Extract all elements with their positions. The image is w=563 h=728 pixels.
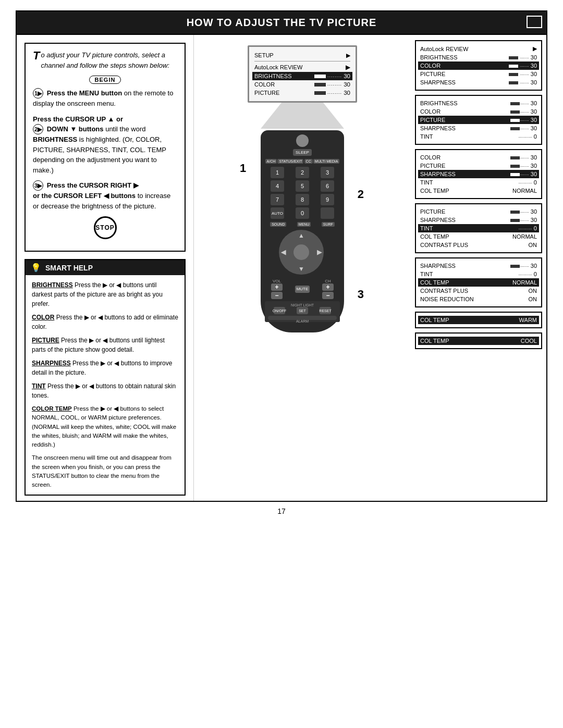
num-9-button[interactable]: 9 xyxy=(321,194,334,205)
sound-button[interactable]: SOUND xyxy=(270,222,286,227)
p1-color-value: ········ 30 xyxy=(509,63,537,69)
mute-button[interactable]: MUTE xyxy=(295,286,310,293)
p3-color-value: ········ 30 xyxy=(510,154,537,161)
tv-brightness-label: BRIGHTNESS xyxy=(254,73,292,79)
set-button[interactable]: SET xyxy=(297,307,308,314)
step3-cursor-left: or the CURSOR LEFT ◀ buttons xyxy=(33,192,136,200)
page-wrapper: HOW TO ADJUST THE TV PICTURE T o adjust … xyxy=(0,10,563,521)
tv-menu-bar: SETUP ▶ xyxy=(254,51,350,61)
step-2: Press the CURSOR UP ▲ or 2▶ DOWN ▼ butto… xyxy=(33,114,177,176)
p4-contrast-row: CONTRAST PLUS ON xyxy=(420,241,537,249)
connector-shape xyxy=(245,103,360,129)
p3-tint-label: TINT xyxy=(420,179,433,186)
night-light-label: NIGHT LIGHT xyxy=(268,303,337,307)
auto-button[interactable]: AUTO xyxy=(271,207,284,219)
page-number: 17 xyxy=(0,502,563,521)
ch-plus-minus: + − xyxy=(322,283,334,299)
multimedia-button[interactable]: MULTI MEDIA xyxy=(313,159,340,164)
p1-picture-label: PICTURE xyxy=(420,71,445,77)
p2-picture-value: ········ 30 xyxy=(510,117,537,123)
num-7-button[interactable]: 7 xyxy=(271,194,284,205)
p5-noise-value: ON xyxy=(529,296,537,302)
step-label-1: 1 xyxy=(240,162,246,175)
center-column: SETUP ▶ AutoLock REVIEW ▶ BRIGHTNESS ···… xyxy=(194,35,411,501)
p2-brightness-label: BRIGHTNESS xyxy=(420,100,458,106)
p2-picture-row: PICTURE ········ 30 xyxy=(418,116,539,124)
cc-button[interactable]: CC xyxy=(304,159,313,164)
nav-right-button[interactable]: ▶ xyxy=(317,249,322,256)
instruction-intro: T o adjust your TV picture controls, sel… xyxy=(33,50,177,70)
step2-num: 2▶ xyxy=(33,124,43,134)
p3-sharpness-label: SHARPNESS xyxy=(420,171,456,177)
help-picture-label: PICTURE xyxy=(32,337,59,344)
help-tint-label: TINT xyxy=(32,382,46,390)
ach-button[interactable]: A/CH xyxy=(265,159,277,164)
p2-brightness-value: ········ 30 xyxy=(510,100,537,106)
menu-panel-3: COLOR ········ 30 PICTURE ········ 30 SH… xyxy=(415,149,542,199)
nav-up-button[interactable]: ▲ xyxy=(298,232,304,239)
reset-button[interactable]: RESET xyxy=(320,307,331,314)
menu-button[interactable]: MENU xyxy=(297,222,311,227)
p6-coltemp-warm-value: WARM xyxy=(519,317,537,323)
num-8-button[interactable]: 8 xyxy=(296,194,309,205)
tv-autolock-label: AutoLock REVIEW xyxy=(254,64,302,70)
p5-coltemp-value: NORMAL xyxy=(512,279,537,286)
tv-brightness-bar: ········ 30 xyxy=(314,73,350,79)
p2-color-label: COLOR xyxy=(420,108,440,115)
p1-color-label: COLOR xyxy=(420,63,440,69)
num-4-button[interactable]: 4 xyxy=(271,180,284,192)
num-6-button[interactable]: 6 xyxy=(321,180,334,192)
num-5-button[interactable]: 5 xyxy=(296,180,309,192)
help-picture: PICTURE Press the ▶ or ◀ buttons until l… xyxy=(32,336,178,354)
p5-noise-row: NOISE REDUCTION ON xyxy=(420,295,537,303)
p1-sharpness-label: SHARPNESS xyxy=(420,79,456,85)
vol-minus-button[interactable]: − xyxy=(271,292,283,299)
tv-color-bar: ········ 30 xyxy=(314,81,350,88)
ch-minus-button[interactable]: − xyxy=(322,292,334,299)
smart-help-content: BRIGHTNESS Press the ▶ or ◀ buttons unti… xyxy=(26,275,185,495)
remote-wrapper: 1 2 3 SLEEP A/CH STATUS/EXIT CC MULTI M xyxy=(255,130,349,332)
num-0-button[interactable]: 0 xyxy=(296,207,309,219)
p1-sharpness-value: ········ 30 xyxy=(509,79,537,85)
help-tint-text: Press the ▶ or ◀ buttons to obtain natur… xyxy=(32,382,176,399)
step-3: 3▶ Press the CURSOR RIGHT ▶ or the CURSO… xyxy=(33,180,177,211)
step-label-3: 3 xyxy=(358,288,364,301)
smart-help-box: 💡 SMART HELP BRIGHTNESS Press the ▶ or ◀… xyxy=(25,259,186,496)
p5-contrast-label: CONTRAST PLUS xyxy=(420,288,468,294)
step2-header: Press the CURSOR UP ▲ or xyxy=(33,115,123,123)
p5-noise-label: NOISE REDUCTION xyxy=(420,296,474,302)
page-num-text: 17 xyxy=(277,507,286,515)
vol-plus-button[interactable]: + xyxy=(271,283,283,291)
nav-down-button[interactable]: ▼ xyxy=(298,265,304,273)
num-2-button[interactable]: 2 xyxy=(296,167,309,178)
on-off-button[interactable]: ON/OFF xyxy=(274,307,285,314)
power-button[interactable] xyxy=(296,134,309,147)
p1-autolock-row: AutoLock REVIEW ▶ xyxy=(420,44,537,53)
status-exit-button[interactable]: STATUS/EXIT xyxy=(277,159,303,164)
remote: SLEEP A/CH STATUS/EXIT CC MULTI MEDIA 1 … xyxy=(261,130,344,332)
sleep-button[interactable]: SLEEP xyxy=(293,149,312,156)
p2-tint-value: ············ 0 xyxy=(518,133,537,140)
num-3-button[interactable]: 3 xyxy=(321,167,334,178)
p4-sharpness-value: ········ 30 xyxy=(510,217,537,223)
ch-plus-button[interactable]: + xyxy=(322,283,334,291)
instruction-box: T o adjust your TV picture controls, sel… xyxy=(25,43,186,252)
nav-cluster: ▲ ▼ ◀ ▶ xyxy=(279,230,326,277)
tv-setup-label: SETUP xyxy=(254,52,274,59)
surf-button[interactable]: SURF xyxy=(322,222,335,227)
nav-center[interactable] xyxy=(293,244,309,260)
num-1-button[interactable]: 1 xyxy=(271,167,284,178)
header-box xyxy=(527,16,542,28)
p5-tint-label: TINT xyxy=(420,271,433,277)
nav-left-button[interactable]: ◀ xyxy=(281,249,286,256)
tv-picture-label: PICTURE xyxy=(254,90,279,96)
tv-autolock-row: AutoLock REVIEW ▶ xyxy=(254,63,350,72)
help-col-temp-text: Press the ▶ or ◀ buttons to select NORMA… xyxy=(32,405,176,448)
step3-cursor-right: Press the CURSOR RIGHT ▶ xyxy=(47,181,139,189)
p2-picture-label: PICTURE xyxy=(420,117,445,123)
help-brightness: BRIGHTNESS Press the ▶ or ◀ buttons unti… xyxy=(32,280,178,309)
p4-coltemp-row: COL TEMP NORMAL xyxy=(420,232,537,241)
num-row-3: 7 8 9 xyxy=(265,194,340,205)
nav-ring: ▲ ▼ ◀ ▶ xyxy=(279,230,324,275)
p3-coltemp-row: COL TEMP NORMAL xyxy=(420,187,537,195)
